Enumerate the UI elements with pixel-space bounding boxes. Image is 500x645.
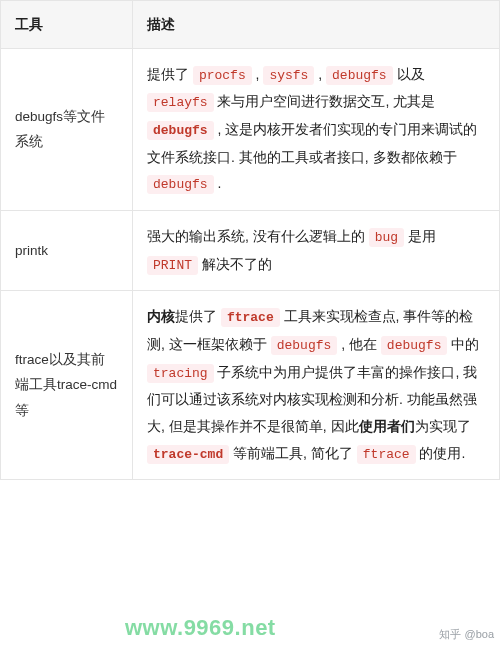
tools-table: 工具 描述 debugfs等文件系统提供了 procfs , sysfs , d…	[0, 0, 500, 480]
inline-code: sysfs	[263, 66, 314, 85]
table-header-row: 工具 描述	[1, 1, 500, 49]
watermark-text: www.9969.net	[125, 615, 276, 641]
inline-code: debugfs	[271, 336, 338, 355]
inline-code: trace-cmd	[147, 445, 229, 464]
inline-code: debugfs	[381, 336, 448, 355]
header-tool: 工具	[1, 1, 133, 49]
table-row: debugfs等文件系统提供了 procfs , sysfs , debugfs…	[1, 48, 500, 210]
table-row: ftrace以及其前端工具trace-cmd等内核提供了 ftrace 工具来实…	[1, 291, 500, 480]
table-row: printk强大的输出系统, 没有什么逻辑上的 bug 是用 PRINT 解决不…	[1, 210, 500, 290]
inline-code: procfs	[193, 66, 252, 85]
tool-name-cell: printk	[1, 210, 133, 290]
header-desc: 描述	[133, 1, 500, 49]
inline-code: debugfs	[326, 66, 393, 85]
bold-text: 使用者们	[359, 418, 415, 434]
tool-name-cell: debugfs等文件系统	[1, 48, 133, 210]
inline-code: debugfs	[147, 121, 214, 140]
tool-desc-cell: 内核提供了 ftrace 工具来实现检查点, 事件等的检测, 这一框架依赖于 d…	[133, 291, 500, 480]
inline-code: bug	[369, 228, 404, 247]
inline-code: relayfs	[147, 93, 214, 112]
bold-text: 内核	[147, 308, 175, 324]
inline-code: debugfs	[147, 175, 214, 194]
tool-name-cell: ftrace以及其前端工具trace-cmd等	[1, 291, 133, 480]
inline-code: ftrace	[357, 445, 416, 464]
inline-code: PRINT	[147, 256, 198, 275]
inline-code: ftrace	[221, 308, 280, 327]
inline-code: tracing	[147, 364, 214, 383]
attribution-text: 知乎 @boa	[439, 627, 494, 642]
tool-desc-cell: 强大的输出系统, 没有什么逻辑上的 bug 是用 PRINT 解决不了的	[133, 210, 500, 290]
tool-desc-cell: 提供了 procfs , sysfs , debugfs 以及 relayfs …	[133, 48, 500, 210]
